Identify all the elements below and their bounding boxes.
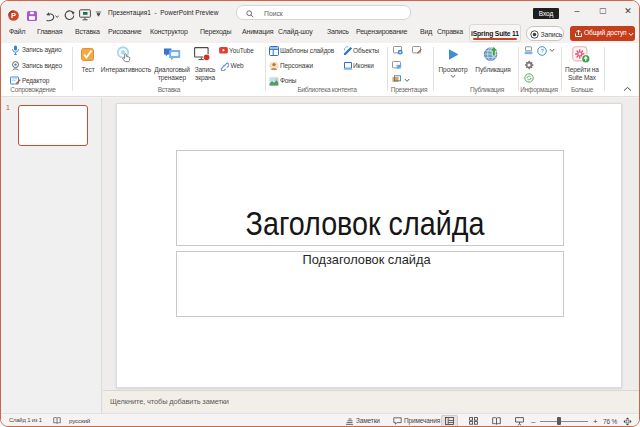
svg-text:?: ? xyxy=(540,48,544,54)
svg-text:P: P xyxy=(11,11,16,20)
